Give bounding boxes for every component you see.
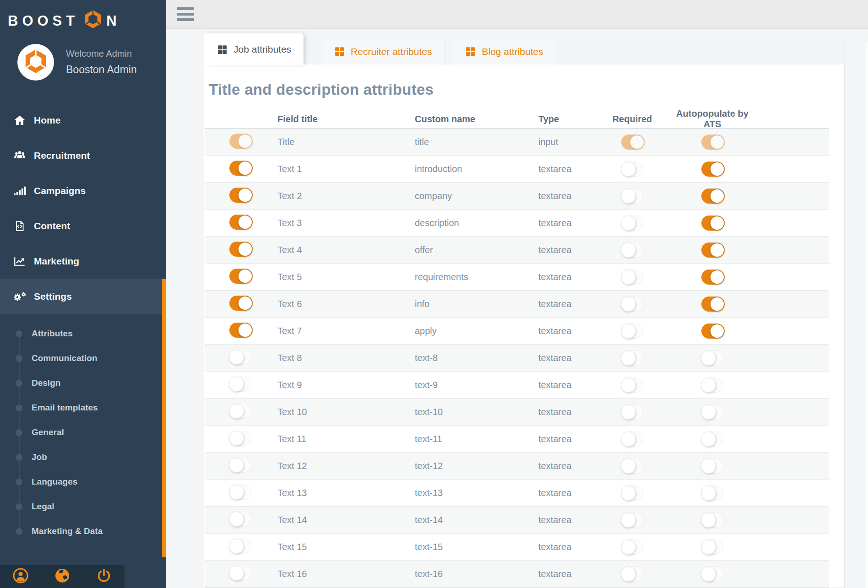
enable-toggle[interactable] [229,296,251,311]
edit-button[interactable] [803,458,818,474]
required-toggle[interactable] [621,459,643,474]
required-toggle[interactable] [621,243,643,258]
enable-toggle[interactable] [229,512,251,527]
autopopulate-toggle[interactable] [701,539,723,555]
enable-toggle[interactable] [229,188,251,203]
table-row: Text 11 text-11 textarea [205,426,829,453]
enable-toggle[interactable] [229,323,251,338]
required-toggle[interactable] [621,539,643,555]
enable-toggle[interactable] [229,566,251,581]
submenu-item-design[interactable]: Design [0,371,166,395]
sidebar-item-home[interactable]: Home [0,102,166,138]
table-row: Text 16 text-16 textarea [205,561,829,588]
sidebar-item-label: Settings [34,291,72,302]
toggle-knob [629,135,645,150]
edit-button[interactable] [803,512,818,528]
required-toggle[interactable] [621,378,643,393]
autopopulate-toggle[interactable] [701,243,723,258]
scrollbar[interactable] [865,42,868,588]
submenu-item-communication[interactable]: Communication [0,346,166,371]
required-toggle[interactable] [621,351,643,366]
page-title: Title and description attributes [209,81,844,98]
required-toggle[interactable] [621,512,643,528]
edit-button[interactable] [803,485,818,501]
autopopulate-toggle[interactable] [701,351,723,366]
autopopulate-toggle[interactable] [701,378,723,393]
edit-button[interactable] [803,161,818,177]
enable-toggle[interactable] [229,134,251,149]
logout-button[interactable] [96,568,112,585]
submenu-item-marketing-data[interactable]: Marketing & Data [0,519,166,544]
enable-toggle[interactable] [229,377,251,392]
sidebar-item-content[interactable]: Content [0,208,166,243]
edit-button[interactable] [803,377,818,393]
autopopulate-toggle[interactable] [701,566,723,582]
required-toggle[interactable] [621,216,643,231]
sidebar-item-marketing[interactable]: Marketing [0,243,166,279]
required-toggle[interactable] [621,162,643,177]
autopopulate-toggle[interactable] [701,162,723,177]
edit-button[interactable] [803,323,818,339]
submenu-item-languages[interactable]: Languages [0,469,166,494]
autopopulate-toggle[interactable] [701,486,723,501]
edit-button[interactable] [803,431,818,447]
enable-toggle[interactable] [229,485,251,500]
submenu-item-general[interactable]: General [0,420,166,445]
submenu-item-job[interactable]: Job [0,445,166,469]
submenu-item-legal[interactable]: Legal [0,494,166,519]
required-toggle[interactable] [621,486,643,501]
enable-toggle[interactable] [229,404,251,419]
enable-toggle[interactable] [229,458,251,473]
hamburger-menu-button[interactable] [177,6,195,22]
required-toggle[interactable] [621,135,643,150]
tab-job-attributes[interactable]: Job attributes [204,33,304,65]
autopopulate-toggle[interactable] [701,135,723,150]
submenu-item-email-templates[interactable]: Email templates [0,395,166,420]
autopopulate-toggle[interactable] [701,405,723,420]
edit-button[interactable] [803,134,818,150]
edit-button[interactable] [803,566,818,582]
enable-toggle[interactable] [229,242,251,257]
autopopulate-toggle[interactable] [701,324,723,339]
enable-toggle[interactable] [229,350,251,365]
edit-button[interactable] [803,188,818,204]
autopopulate-toggle[interactable] [701,512,723,528]
autopopulate-toggle-cell [669,539,756,555]
type-cell: textarea [538,191,596,201]
language-globe-button[interactable] [54,568,71,585]
tab-recruiter-attributes[interactable]: Recruiter attributes [321,38,445,65]
autopopulate-toggle[interactable] [701,297,723,312]
sidebar-item-settings[interactable]: Settings [0,279,166,314]
required-toggle[interactable] [621,189,643,204]
autopopulate-toggle[interactable] [701,189,723,204]
edit-button[interactable] [803,404,818,420]
edit-button[interactable] [803,269,818,285]
profile-button[interactable] [12,568,29,585]
enable-toggle[interactable] [229,215,251,230]
sidebar-item-recruitment[interactable]: Recruitment [0,138,166,173]
required-toggle[interactable] [621,405,643,420]
enable-toggle[interactable] [229,269,251,284]
submenu-item-attributes[interactable]: Attributes [0,321,166,346]
edit-button[interactable] [803,242,818,258]
required-toggle[interactable] [621,432,643,447]
enable-toggle[interactable] [229,161,251,176]
autopopulate-toggle[interactable] [701,432,723,447]
sidebar-item-campaigns[interactable]: Campaigns [0,173,166,208]
enable-toggle[interactable] [229,539,251,554]
autopopulate-toggle[interactable] [701,459,723,474]
autopopulate-toggle[interactable] [701,270,723,285]
toggle-knob [621,189,636,204]
required-toggle[interactable] [621,566,643,582]
edit-button[interactable] [803,296,818,312]
required-toggle[interactable] [621,297,643,312]
required-toggle[interactable] [621,270,643,285]
autopopulate-toggle[interactable] [701,216,723,231]
edit-button[interactable] [803,539,818,555]
edit-button[interactable] [803,215,818,231]
enable-toggle[interactable] [229,431,251,446]
edit-button[interactable] [803,350,818,366]
tab-blog-attributes[interactable]: Blog attributes [452,38,556,65]
required-toggle[interactable] [621,324,643,339]
field-title-cell: Text 9 [277,380,415,390]
